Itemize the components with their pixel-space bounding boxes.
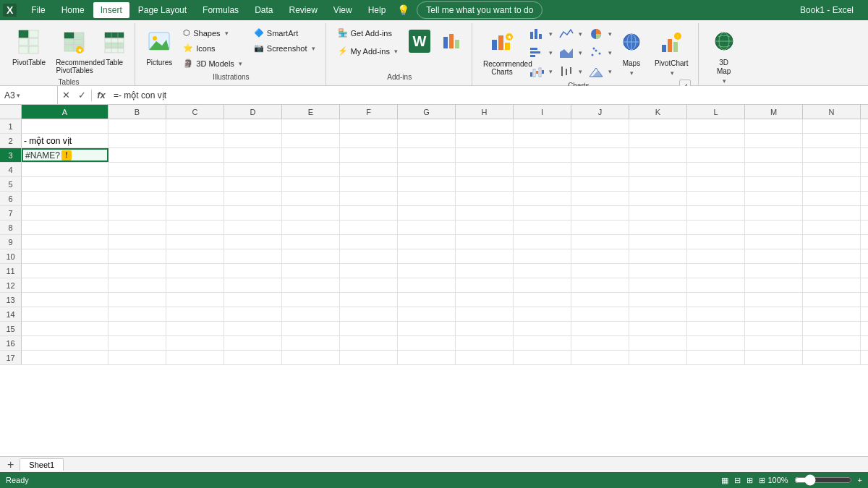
cell-K3[interactable] bbox=[629, 148, 687, 162]
cell-M13[interactable] bbox=[745, 293, 803, 307]
cell-E3[interactable] bbox=[282, 148, 340, 162]
3d-map-button[interactable]: 3DMap ▾ bbox=[706, 26, 742, 87]
cell-H13[interactable] bbox=[456, 293, 514, 307]
smartart-button[interactable]: 🔷 SmartArt bbox=[250, 26, 320, 40]
col-header-H[interactable]: H bbox=[456, 105, 514, 119]
add-sheet-button[interactable]: + bbox=[3, 458, 18, 471]
row-num-11[interactable]: 11 bbox=[0, 264, 22, 278]
row-num-14[interactable]: 14 bbox=[0, 307, 22, 321]
cell-A9[interactable] bbox=[22, 235, 109, 249]
cell-G2[interactable] bbox=[398, 134, 456, 147]
cell-A3[interactable]: #NAME? ! bbox=[22, 148, 109, 162]
cell-J8[interactable] bbox=[571, 221, 629, 234]
cell-B6[interactable] bbox=[109, 192, 166, 205]
cell-C8[interactable] bbox=[166, 221, 224, 234]
cell-B2[interactable] bbox=[109, 134, 166, 147]
scatter-chart-dropdown[interactable]: ▾ bbox=[608, 49, 612, 56]
menu-item-review[interactable]: Review bbox=[281, 2, 324, 18]
cell-H7[interactable] bbox=[456, 206, 514, 220]
cell-N8[interactable] bbox=[803, 221, 861, 234]
cell-A10[interactable] bbox=[22, 249, 109, 263]
sheet-tab-sheet1[interactable]: Sheet1 bbox=[20, 458, 64, 471]
cell-F17[interactable] bbox=[340, 351, 398, 364]
cell-K10[interactable] bbox=[629, 249, 687, 263]
cell-N17[interactable] bbox=[803, 351, 861, 364]
cell-I6[interactable] bbox=[514, 192, 571, 205]
cell-M10[interactable] bbox=[745, 249, 803, 263]
cell-B11[interactable] bbox=[109, 264, 166, 278]
cell-H17[interactable] bbox=[456, 351, 514, 364]
cell-L1[interactable] bbox=[687, 119, 745, 133]
cell-G1[interactable] bbox=[398, 119, 456, 133]
col-header-J[interactable]: J bbox=[571, 105, 629, 119]
cell-D17[interactable] bbox=[224, 351, 282, 364]
cell-N10[interactable] bbox=[803, 249, 861, 263]
cell-C6[interactable] bbox=[166, 192, 224, 205]
menu-item-formulas[interactable]: Formulas bbox=[195, 2, 246, 18]
cell-M2[interactable] bbox=[745, 134, 803, 147]
cell-I4[interactable] bbox=[514, 163, 571, 176]
cell-I17[interactable] bbox=[514, 351, 571, 364]
cell-F1[interactable] bbox=[340, 119, 398, 133]
cell-B1[interactable] bbox=[109, 119, 166, 133]
cell-E14[interactable] bbox=[282, 307, 340, 321]
col-header-L[interactable]: L bbox=[687, 105, 745, 119]
cell-H4[interactable] bbox=[456, 163, 514, 176]
cell-E12[interactable] bbox=[282, 278, 340, 292]
cell-J4[interactable] bbox=[571, 163, 629, 176]
cell-K16[interactable] bbox=[629, 336, 687, 350]
cell-E8[interactable] bbox=[282, 221, 340, 234]
cell-J6[interactable] bbox=[571, 192, 629, 205]
row-num-15[interactable]: 15 bbox=[0, 322, 22, 335]
cell-L5[interactable] bbox=[687, 177, 745, 191]
cell-G17[interactable] bbox=[398, 351, 456, 364]
cell-B4[interactable] bbox=[109, 163, 166, 176]
cell-E7[interactable] bbox=[282, 206, 340, 220]
cell-B16[interactable] bbox=[109, 336, 166, 350]
cell-M3[interactable] bbox=[745, 148, 803, 162]
cell-E5[interactable] bbox=[282, 177, 340, 191]
cell-H1[interactable] bbox=[456, 119, 514, 133]
cell-F9[interactable] bbox=[340, 235, 398, 249]
surface-dropdown[interactable]: ▾ bbox=[608, 68, 612, 75]
col-header-K[interactable]: K bbox=[629, 105, 687, 119]
row-num-7[interactable]: 7 bbox=[0, 206, 22, 220]
cell-F2[interactable] bbox=[340, 134, 398, 147]
error-badge[interactable]: ! bbox=[61, 150, 72, 160]
stock-chart-button[interactable] bbox=[557, 64, 576, 80]
cell-N1[interactable] bbox=[803, 119, 861, 133]
bar-chart-button[interactable] bbox=[527, 45, 546, 61]
line-chart-button[interactable] bbox=[557, 26, 576, 42]
pivotchart-button[interactable]: ↑ PivotChart ▾ bbox=[651, 27, 692, 79]
cell-K12[interactable] bbox=[629, 278, 687, 292]
cell-G7[interactable] bbox=[398, 206, 456, 220]
row-num-6[interactable]: 6 bbox=[0, 192, 22, 205]
cell-C15[interactable] bbox=[166, 322, 224, 335]
cell-B15[interactable] bbox=[109, 322, 166, 335]
cell-G11[interactable] bbox=[398, 264, 456, 278]
cell-D13[interactable] bbox=[224, 293, 282, 307]
cell-F10[interactable] bbox=[340, 249, 398, 263]
row-num-16[interactable]: 16 bbox=[0, 336, 22, 350]
cell-M17[interactable] bbox=[745, 351, 803, 364]
cell-I3[interactable] bbox=[514, 148, 571, 162]
cell-I15[interactable] bbox=[514, 322, 571, 335]
cell-L4[interactable] bbox=[687, 163, 745, 176]
cancel-button[interactable]: ✕ bbox=[58, 86, 74, 104]
cell-B12[interactable] bbox=[109, 278, 166, 292]
col-header-B[interactable]: B bbox=[109, 105, 166, 119]
cell-F5[interactable] bbox=[340, 177, 398, 191]
menu-item-data[interactable]: Data bbox=[247, 2, 280, 18]
surface-chart-button[interactable] bbox=[587, 64, 605, 80]
screenshot-button[interactable]: 📷 Screenshot ▾ bbox=[250, 41, 320, 55]
cell-D5[interactable] bbox=[224, 177, 282, 191]
cell-N2[interactable] bbox=[803, 134, 861, 147]
cell-L9[interactable] bbox=[687, 235, 745, 249]
cell-J5[interactable] bbox=[571, 177, 629, 191]
cell-I14[interactable] bbox=[514, 307, 571, 321]
cell-H15[interactable] bbox=[456, 322, 514, 335]
row-num-5[interactable]: 5 bbox=[0, 177, 22, 191]
cell-B13[interactable] bbox=[109, 293, 166, 307]
cell-H5[interactable] bbox=[456, 177, 514, 191]
cell-K1[interactable] bbox=[629, 119, 687, 133]
